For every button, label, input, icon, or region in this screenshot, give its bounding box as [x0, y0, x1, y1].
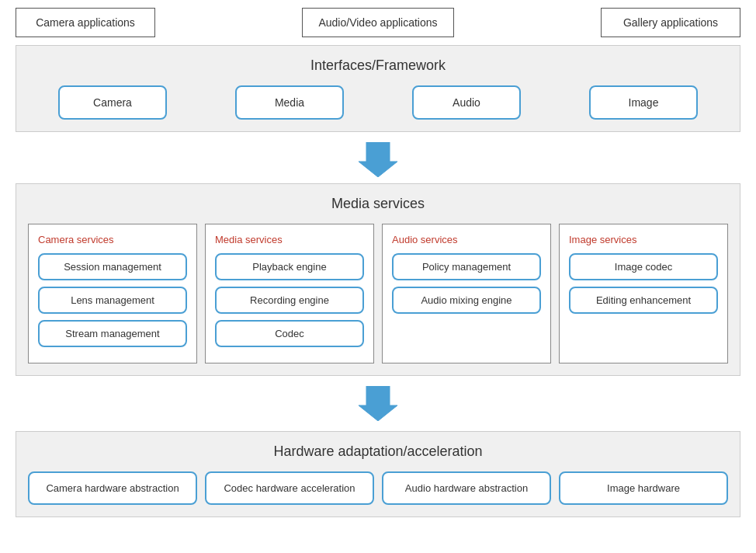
apps-row: Camera applications Audio/Video applicat… [16, 8, 740, 37]
framework-camera: Camera [58, 85, 167, 120]
media-services-section: Media services Camera services Session m… [16, 183, 740, 376]
camera-hardware-label: Camera hardware abstraction [46, 482, 179, 494]
audiovideo-applications-label: Audio/Video applications [318, 16, 437, 29]
image-hardware-label: Image hardware [607, 482, 680, 494]
media-services-group: Media services Playback engine Recording… [205, 224, 374, 363]
gallery-applications-label: Gallery applications [623, 16, 718, 29]
main-diagram: Camera applications Audio/Video applicat… [0, 0, 756, 533]
camera-applications-box: Camera applications [16, 8, 155, 37]
services-grid: Camera services Session management Lens … [28, 224, 728, 363]
codec-item: Codec [215, 320, 364, 347]
audiovideo-applications-box: Audio/Video applications [302, 8, 453, 37]
stream-management-item: Stream management [38, 320, 187, 347]
arrow-down-icon [359, 142, 397, 177]
framework-audio: Audio [412, 85, 521, 120]
image-services-group: Image services Image codec Editing enhan… [559, 224, 728, 363]
hardware-title: Hardware adaptation/acceleration [28, 443, 728, 460]
camera-services-group: Camera services Session management Lens … [28, 224, 197, 363]
audio-services-title: Audio services [392, 234, 541, 245]
framework-media-label: Media [275, 96, 304, 109]
framework-image-label: Image [629, 96, 659, 109]
playback-engine-item: Playback engine [215, 253, 364, 280]
arrow-2 [16, 380, 740, 427]
recording-engine-item: Recording engine [215, 287, 364, 314]
gallery-applications-box: Gallery applications [601, 8, 740, 37]
audio-mixing-engine-item: Audio mixing engine [392, 287, 541, 314]
media-services-title: Media services [28, 196, 728, 212]
framework-items: Camera Media Audio Image [28, 85, 728, 120]
hardware-row: Camera hardware abstraction Codec hardwa… [28, 471, 728, 505]
arrow-down-icon-2 [359, 386, 397, 421]
image-hardware-box: Image hardware [559, 471, 728, 505]
hardware-section: Hardware adaptation/acceleration Camera … [16, 431, 740, 517]
policy-management-item: Policy management [392, 253, 541, 280]
lens-management-item: Lens management [38, 287, 187, 314]
svg-marker-0 [359, 142, 397, 177]
audio-hardware-label: Audio hardware abstraction [405, 482, 528, 494]
framework-media: Media [235, 85, 344, 120]
image-codec-item: Image codec [569, 253, 718, 280]
camera-hardware-box: Camera hardware abstraction [28, 471, 197, 505]
framework-title: Interfaces/Framework [28, 57, 728, 74]
framework-audio-label: Audio [453, 96, 480, 109]
codec-hardware-box: Codec hardware acceleration [205, 471, 374, 505]
camera-services-title: Camera services [38, 234, 187, 245]
camera-applications-label: Camera applications [36, 16, 135, 29]
audio-hardware-box: Audio hardware abstraction [382, 471, 551, 505]
editing-enhancement-item: Editing enhancement [569, 287, 718, 314]
image-services-title: Image services [569, 234, 718, 245]
framework-image: Image [589, 85, 698, 120]
session-management-item: Session management [38, 253, 187, 280]
codec-hardware-label: Codec hardware acceleration [224, 482, 355, 494]
media-services-group-title: Media services [215, 234, 364, 245]
arrow-1 [16, 136, 740, 183]
framework-section: Interfaces/Framework Camera Media Audio … [16, 45, 740, 132]
framework-camera-label: Camera [93, 96, 132, 109]
svg-marker-1 [359, 386, 397, 421]
audio-services-group: Audio services Policy management Audio m… [382, 224, 551, 363]
